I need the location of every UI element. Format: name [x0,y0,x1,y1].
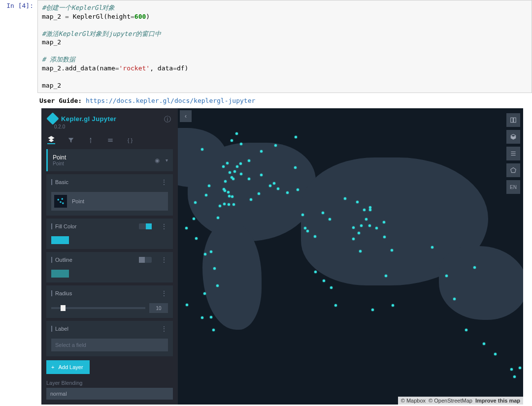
point-type-icon [54,195,67,208]
data-point [203,292,206,295]
divider-icon [51,223,52,229]
data-point [222,165,225,168]
data-point [473,266,476,269]
fill-color-toggle[interactable] [139,223,152,229]
data-point [216,284,219,287]
output-prompt [3,97,37,104]
data-point [445,275,448,277]
user-guide-label: User Guide: [39,97,86,104]
data-point [314,271,317,273]
label-label: Label [55,326,158,332]
code-comment: # 添加数据 [42,56,75,63]
data-point [213,267,216,270]
plus-icon: + [51,364,54,370]
layers-scroll[interactable]: Point Point ◉ ▾ Basic ⋮ Point [41,149,178,405]
layers-panel: Kepler.gl Jupyter ⓘ 0.2.0 { } [41,108,178,405]
divider-icon [51,257,52,263]
layer-header[interactable]: Point Point ◉ ▾ [46,149,173,171]
draw-icon[interactable] [506,163,520,177]
map-controls: EN [506,113,520,194]
layers-tab-icon[interactable] [47,136,55,144]
map-attribution: © Mapbox © OpenStreetMap Improve this ma… [398,397,523,405]
chevron-down-icon[interactable]: ▾ [166,157,168,163]
layer-type-selector[interactable]: Point [51,192,168,211]
data-point [369,209,371,211]
map-canvas[interactable]: ‹ EN © Mapbox © OpenStreetMap [178,108,523,405]
data-point [260,150,263,153]
info-icon[interactable]: ⓘ [164,115,171,124]
collapse-panel-button[interactable]: ‹ [180,110,192,122]
data-point [392,304,394,307]
more-icon[interactable]: ⋮ [161,222,168,230]
data-point [269,185,271,187]
interaction-tab-icon[interactable] [87,136,95,144]
locale-button[interactable]: EN [506,180,520,194]
code-token: = [131,13,134,20]
more-icon[interactable]: ⋮ [161,256,168,264]
data-point [201,316,203,319]
svg-marker-5 [511,168,516,173]
code-token: = [173,64,177,72]
3d-view-icon[interactable] [506,130,520,144]
data-point [301,214,304,216]
attr-mapbox[interactable]: © Mapbox [401,398,426,404]
layer-name: Point [53,154,151,161]
outline-section: Outline ⋮ [46,252,173,282]
eye-icon[interactable]: ◉ [155,157,160,164]
basemap-tab-icon[interactable] [106,136,114,144]
radius-section: Radius ⋮ 10 [46,285,173,318]
data-point [483,343,485,345]
data-point [385,275,387,277]
divider-icon [51,179,52,185]
data-point [223,203,226,205]
outline-color-swatch[interactable] [51,270,69,278]
label-field-select[interactable]: Select a field [51,339,168,351]
layer-type-label: Point [72,198,84,204]
data-point [229,171,231,174]
user-guide-link[interactable]: https://docs.kepler.gl/docs/keplergl-jup… [86,97,255,104]
data-point [359,250,362,252]
add-layer-button[interactable]: + Add Layer [46,360,90,374]
code-token: df) [177,64,188,72]
code-tab-icon[interactable]: { } [126,136,134,144]
blend-select[interactable]: normal [46,388,173,400]
data-point [352,226,355,229]
data-point [210,316,212,318]
filters-tab-icon[interactable] [67,136,75,144]
data-point [240,173,242,175]
data-point [295,136,297,138]
radius-slider[interactable] [51,307,145,309]
input-cell: In [4]: #创建一个KeplerGl对象 map_2 = KeplerGl… [0,0,532,96]
code-token: map_2 [42,38,61,46]
legend-icon[interactable] [506,147,520,160]
data-point [212,329,215,331]
divider-icon [51,326,52,332]
data-point [274,144,277,147]
blend-label: Layer Blending [46,380,173,386]
outline-label: Outline [55,257,136,263]
radius-value[interactable]: 10 [149,303,168,313]
output-row: User Guide: https://docs.kepler.gl/docs/… [0,96,532,108]
fill-color-swatch[interactable] [51,236,69,244]
data-point [205,194,207,196]
data-point [494,353,497,355]
panel-tabs: { } [41,129,178,149]
split-map-icon[interactable] [506,113,520,127]
more-icon[interactable]: ⋮ [161,178,168,186]
data-point [226,162,229,164]
code-token: = [115,64,119,72]
data-point [219,205,221,207]
data-point [186,304,188,306]
data-point [330,286,332,289]
more-icon[interactable]: ⋮ [161,325,168,333]
data-point [453,298,456,300]
more-icon[interactable]: ⋮ [161,289,168,297]
code-editor[interactable]: #创建一个KeplerGl对象 map_2 = KeplerGl(height=… [37,0,532,93]
data-point [233,170,236,173]
attr-osm[interactable]: © OpenStreetMap [429,398,472,404]
add-layer-label: Add Layer [58,364,83,370]
data-point [431,246,433,249]
data-point [185,227,188,229]
attr-improve[interactable]: Improve this map [475,398,520,404]
outline-toggle[interactable] [139,257,152,263]
